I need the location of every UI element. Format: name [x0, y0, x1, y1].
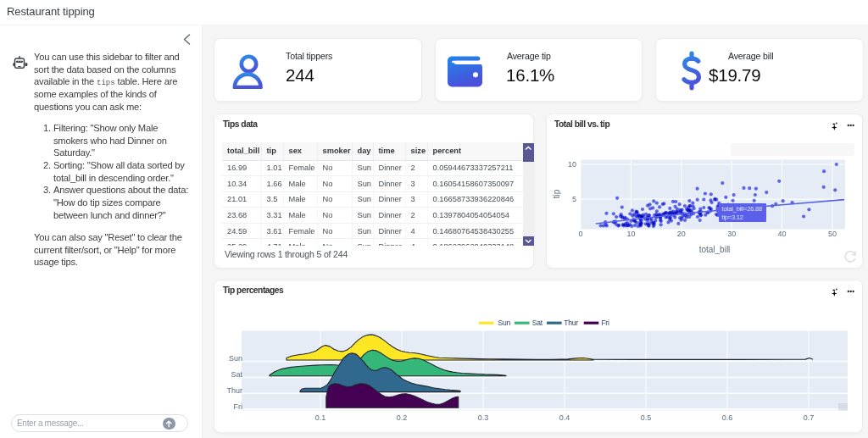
svg-text:Fri: Fri — [601, 319, 609, 327]
svg-text:total_bill=26.88: total_bill=26.88 — [722, 205, 762, 213]
svg-text:0.4: 0.4 — [559, 413, 570, 422]
svg-text:40: 40 — [778, 230, 787, 238]
svg-text:10: 10 — [626, 230, 635, 238]
svg-text:0.5: 0.5 — [641, 413, 652, 422]
svg-text:total_bill: total_bill — [699, 245, 731, 254]
svg-text:Sun: Sun — [498, 319, 511, 327]
svg-text:50: 50 — [828, 230, 837, 238]
svg-text:Thur: Thur — [226, 386, 242, 395]
svg-text:0.3: 0.3 — [478, 413, 489, 422]
svg-text:5: 5 — [572, 195, 576, 203]
svg-text:0.7: 0.7 — [804, 413, 815, 422]
svg-text:30: 30 — [727, 230, 736, 238]
svg-text:tip=3.12: tip=3.12 — [722, 213, 743, 221]
svg-text:20: 20 — [677, 230, 686, 238]
svg-text:0.1: 0.1 — [315, 413, 326, 422]
svg-text:Sun: Sun — [229, 354, 242, 363]
svg-text:Fri: Fri — [234, 402, 243, 411]
svg-text:Sat: Sat — [532, 319, 543, 327]
svg-text:0.6: 0.6 — [722, 413, 733, 422]
svg-text:0: 0 — [578, 230, 582, 238]
svg-text:0.2: 0.2 — [397, 413, 408, 422]
svg-text:Thur: Thur — [564, 319, 578, 327]
svg-text:10: 10 — [568, 160, 576, 169]
svg-text:tip: tip — [552, 189, 561, 198]
svg-text:Sat: Sat — [231, 370, 242, 379]
